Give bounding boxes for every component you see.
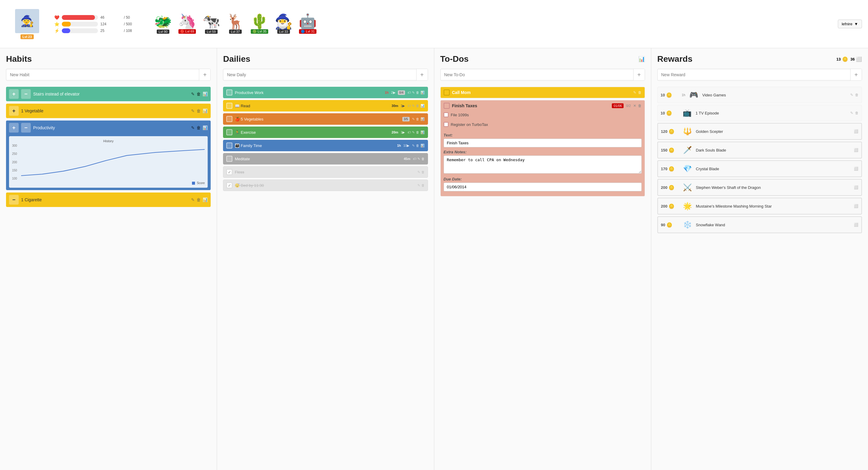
chart-icon-exercise[interactable]: 📊 [421, 130, 425, 134]
add-habit-button[interactable]: + [199, 69, 210, 81]
edit-icon-family[interactable]: ✎ [412, 144, 415, 148]
new-habit-input[interactable] [6, 70, 199, 80]
chart-icon-productive[interactable]: 📊 [421, 91, 425, 95]
daily-checkbox-family[interactable] [226, 143, 232, 149]
new-reward-input[interactable] [658, 70, 850, 80]
chart-icon-todos[interactable]: 📊 [638, 56, 645, 62]
edit-icon-bed[interactable]: ✎ [417, 184, 420, 187]
delete-icon-bed[interactable]: 🗑 [421, 184, 425, 187]
daily-checkbox-floss[interactable]: ✓ [226, 169, 232, 175]
purchase-icon-crystal[interactable]: ⬜ [854, 167, 858, 171]
chart-icon-stairs[interactable]: 📊 [203, 92, 208, 96]
todo-checkbox-call-mom[interactable] [444, 90, 450, 95]
edit-icon-vegetable[interactable]: ✎ [191, 108, 195, 113]
due-date-input[interactable] [444, 183, 642, 191]
subtask-checkbox-1099s[interactable] [444, 113, 448, 117]
pet-sprite-3: 🐄 [202, 14, 220, 29]
purchase-icon-dark-souls[interactable]: ⬜ [854, 148, 858, 152]
edit-icon-floss[interactable]: ✎ [417, 170, 420, 174]
purchase-icon-golden[interactable]: ⬜ [854, 129, 858, 133]
todos-header: To-Dos 📊 [440, 54, 645, 64]
habit-plus-stairs[interactable]: + [9, 89, 19, 99]
todo-checkbox-taxes[interactable] [444, 103, 450, 109]
chart-icon-productivity[interactable]: 📊 [203, 125, 208, 130]
daily-checkbox-bed[interactable]: ✓ [226, 182, 232, 188]
daily-checkbox-productive[interactable] [226, 90, 232, 95]
daily-checkbox-exercise[interactable] [226, 129, 232, 135]
tag-icon-exercise[interactable]: 🏷 [407, 130, 411, 134]
purchase-icon-milestone[interactable]: ⬜ [854, 204, 858, 208]
delete-icon-vegetables[interactable]: 🗑 [416, 117, 419, 121]
delete-icon-family[interactable]: 🗑 [416, 144, 419, 147]
edit-icon-stairs[interactable]: ✎ [191, 92, 195, 96]
delete-icon-tv[interactable]: 🗑 [855, 111, 859, 115]
chart-icon-read[interactable]: 📊 [421, 104, 425, 108]
reward-label-milestone: Mustaine's Milestone Mashing Morning Sta… [696, 204, 851, 209]
delete-icon-exercise[interactable]: 🗑 [416, 130, 419, 134]
account-dropdown[interactable]: lefnire ▼ [838, 20, 862, 28]
reward-actions-snowflake: ⬜ [854, 223, 858, 227]
reward-video-games: 10 🪙 1h 🎮 Video Games ✎ 🗑 [657, 87, 862, 103]
delete-icon-cigarette[interactable]: 🗑 [196, 197, 201, 202]
edit-icon-vegetables[interactable]: ✎ [412, 117, 415, 121]
delete-icon-taxes[interactable]: 🗑 [638, 104, 642, 108]
new-todo-input[interactable] [441, 70, 633, 80]
subtask-checkbox-turbotax[interactable] [444, 122, 448, 127]
text-field-input[interactable] [444, 138, 642, 147]
chart-legend: Score [12, 181, 205, 185]
edit-icon-read[interactable]: ✎ [412, 104, 415, 108]
new-daily-input[interactable] [223, 70, 416, 80]
habits-header: Habits [6, 54, 211, 64]
tag-icon-read[interactable]: 🏷 [407, 104, 411, 107]
edit-icon-productive[interactable]: ✎ [412, 91, 415, 95]
add-todo-button[interactable]: + [633, 69, 645, 81]
reward-coin-icon-snowflake: 🪙 [666, 222, 673, 228]
delete-icon-productivity[interactable]: 🗑 [196, 125, 201, 130]
reward-coin-icon-tv: 🪙 [666, 110, 672, 116]
notes-field-textarea[interactable]: Remember to call CPA on Wednesday [444, 155, 642, 174]
delete-icon-read[interactable]: 🗑 [416, 104, 419, 107]
edit-icon-vg[interactable]: ✎ [850, 93, 853, 97]
edit-icon-exercise[interactable]: ✎ [412, 130, 415, 134]
habits-column: Habits + + − Stairs instead of elevator … [0, 48, 217, 470]
streak-exercise: 1▶ [401, 130, 405, 134]
delete-icon-call-mom[interactable]: 🗑 [638, 90, 642, 95]
chart-icon-vegetables[interactable]: 📊 [421, 117, 425, 121]
reward-cost-snowflake: 90 🪙 [661, 222, 679, 228]
chart-labels: 300 250 200 150 100 [12, 144, 17, 180]
delete-icon-meditate[interactable]: 🗑 [421, 157, 425, 161]
purchase-icon-snowflake[interactable]: ⬜ [854, 223, 858, 227]
delete-icon-floss[interactable]: 🗑 [421, 170, 425, 174]
habit-plus-vegetable[interactable]: + [9, 106, 19, 116]
dailies-column: Dailies + Productive Work 1h 2▶ 0/4 🏷 ✎ … [217, 48, 434, 470]
habit-minus-cigarette[interactable]: − [9, 195, 19, 205]
tag-icon-productive[interactable]: 🏷 [407, 91, 411, 94]
edit-icon-productivity[interactable]: ✎ [191, 125, 195, 130]
reward-icon-tv: 📺 [682, 107, 692, 118]
daily-checkbox-meditate[interactable] [226, 156, 232, 162]
delete-icon-productive[interactable]: 🗑 [416, 91, 419, 94]
habit-minus-productivity[interactable]: − [21, 123, 31, 132]
delete-icon-stairs[interactable]: 🗑 [196, 92, 201, 96]
daily-checkbox-read[interactable] [226, 103, 232, 109]
chart-icon-vegetable[interactable]: 📊 [203, 108, 208, 113]
close-icon-taxes[interactable]: ✕ [633, 104, 636, 108]
purchase-icon-shaft[interactable]: ⬜ [854, 185, 858, 189]
add-reward-button[interactable]: + [850, 69, 862, 81]
add-daily-button[interactable]: + [416, 69, 428, 81]
edit-icon-meditate[interactable]: ✎ [417, 157, 420, 161]
reward-actions-shaft: ⬜ [854, 185, 858, 189]
edit-icon-cigarette[interactable]: ✎ [191, 197, 195, 202]
delete-icon-vg[interactable]: 🗑 [855, 93, 859, 97]
habit-plus-productivity[interactable]: + [9, 123, 19, 132]
chart-icon-cigarette[interactable]: 📊 [203, 197, 208, 202]
tag-icon-meditate[interactable]: 🏷 [413, 157, 416, 161]
edit-icon-call-mom[interactable]: ✎ [633, 90, 636, 95]
daily-actions-bed: ✎ 🗑 [417, 184, 425, 187]
daily-checkbox-vegetables[interactable] [226, 116, 232, 122]
account-section[interactable]: lefnire ▼ [835, 17, 865, 31]
habit-minus-stairs[interactable]: − [21, 89, 31, 99]
edit-icon-tv[interactable]: ✎ [850, 111, 853, 115]
delete-icon-vegetable[interactable]: 🗑 [196, 108, 201, 113]
chart-icon-family[interactable]: 📊 [421, 144, 425, 148]
